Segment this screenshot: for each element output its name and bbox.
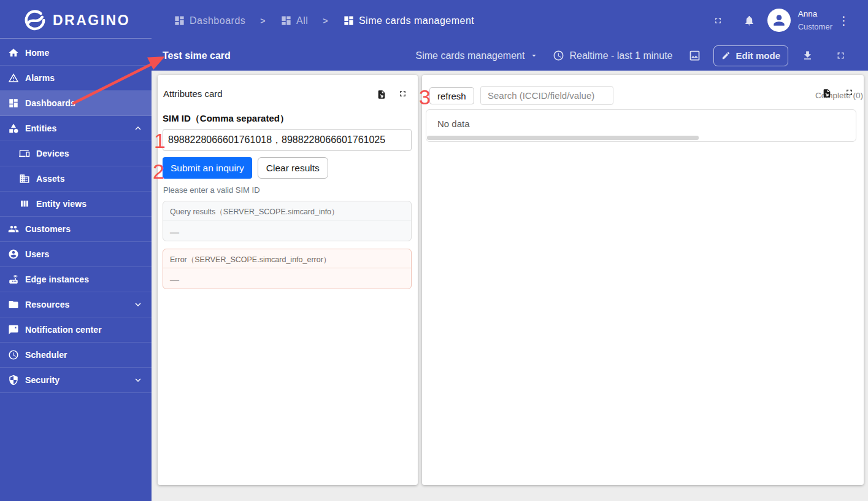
sidebar-item-label: Entity views bbox=[36, 199, 86, 209]
annotation-3: 3 bbox=[419, 87, 431, 107]
dashboard-state-select[interactable]: Sime cards management bbox=[416, 50, 539, 61]
sidebar-item-label: Assets bbox=[36, 174, 65, 184]
error-header: Error（SERVER_SCOPE.simcard_info_error） bbox=[163, 249, 411, 268]
submit-inquiry-button[interactable]: Submit an inquiry bbox=[163, 157, 252, 179]
notifications-bell-icon[interactable] bbox=[743, 15, 755, 26]
breadcrumb-separator: > bbox=[323, 16, 328, 26]
export-widget-data-icon[interactable] bbox=[377, 89, 386, 100]
sidebar-item-customers[interactable]: Customers bbox=[0, 217, 152, 242]
edit-mode-label: Edit mode bbox=[735, 50, 780, 61]
sidebar-item-label: Notification center bbox=[25, 325, 102, 335]
sidebar-item-users[interactable]: Users bbox=[0, 242, 152, 267]
scheduler-icon bbox=[8, 349, 19, 360]
chevron-down-icon bbox=[133, 375, 144, 386]
notification-center-icon bbox=[8, 324, 19, 335]
sidebar-item-assets[interactable]: Assets bbox=[0, 166, 152, 192]
user-role: Customer bbox=[798, 21, 832, 34]
sidebar-item-label: Resources bbox=[25, 300, 70, 309]
sidebar-item-label: Edge instances bbox=[25, 274, 89, 284]
dashboard-toolbar: Test sime card Sime cards management Rea… bbox=[152, 38, 868, 71]
dashboards-icon bbox=[8, 98, 19, 109]
dashboard-state-label: Sime cards management bbox=[416, 50, 525, 61]
search-input[interactable] bbox=[480, 86, 613, 105]
sim-id-label: SIM ID（Comma separated） bbox=[163, 113, 289, 125]
user-name: Anna bbox=[798, 7, 832, 21]
widget-fullscreen-icon[interactable] bbox=[398, 89, 407, 98]
timewindow-button[interactable]: Realtime - last 1 minute bbox=[553, 50, 672, 61]
top-header: DRAGINO Dashboards>All>Sime cards manage… bbox=[0, 0, 868, 38]
chevron-down-icon bbox=[133, 299, 144, 310]
resources-icon bbox=[8, 299, 19, 310]
breadcrumb: Dashboards>All>Sime cards management bbox=[174, 15, 474, 26]
pencil-icon bbox=[721, 51, 731, 60]
query-results-box: Query results（SERVER_SCOPE.simcard_info）… bbox=[163, 201, 412, 241]
sidebar-item-resources[interactable]: Resources bbox=[0, 292, 152, 317]
breadcrumb-label: All bbox=[296, 15, 308, 26]
kebab-menu-icon[interactable]: ⋮ bbox=[838, 14, 850, 28]
breadcrumb-label: Sime cards management bbox=[359, 15, 474, 26]
entities-icon bbox=[8, 123, 19, 134]
image-gallery-icon[interactable] bbox=[688, 49, 701, 62]
results-empty-box: No data bbox=[426, 109, 856, 142]
widget-fullscreen-icon[interactable] bbox=[845, 88, 854, 97]
annotation-2: 2 bbox=[153, 161, 164, 182]
security-icon bbox=[8, 375, 19, 386]
breadcrumb-item[interactable]: Sime cards management bbox=[343, 15, 474, 26]
fullscreen-icon[interactable] bbox=[713, 16, 723, 25]
dragino-swirl-icon bbox=[23, 9, 47, 33]
dashboard-content: Attributes card SIM ID（Comma separated） … bbox=[152, 71, 868, 501]
sidebar-item-notification-center[interactable]: Notification center bbox=[0, 317, 152, 343]
refresh-button[interactable]: refresh bbox=[429, 87, 474, 104]
avatar[interactable] bbox=[767, 9, 791, 32]
sidebar-item-label: Entities bbox=[25, 123, 56, 133]
breadcrumb-separator: > bbox=[260, 16, 266, 26]
sidebar-item-security[interactable]: Security bbox=[0, 368, 152, 393]
breadcrumb-item[interactable]: Dashboards bbox=[174, 15, 245, 26]
devices-icon bbox=[19, 148, 30, 159]
customers-icon bbox=[8, 223, 19, 235]
sidebar-item-entity-views[interactable]: Entity views bbox=[0, 192, 152, 217]
sim-id-input[interactable] bbox=[163, 129, 412, 151]
sidebar-item-edge-instances[interactable]: Edge instances bbox=[0, 267, 152, 292]
brand-logo[interactable]: DRAGINO bbox=[0, 9, 152, 33]
sidebar: HomeAlarmsDashboardsEntitiesDevicesAsset… bbox=[0, 38, 152, 501]
horizontal-scrollbar[interactable] bbox=[427, 136, 699, 140]
sidebar-item-home[interactable]: Home bbox=[0, 41, 152, 66]
sidebar-item-devices[interactable]: Devices bbox=[0, 141, 152, 166]
sidebar-item-label: Dashboards bbox=[25, 98, 75, 108]
sidebar-item-entities[interactable]: Entities bbox=[0, 116, 152, 141]
chevron-up-icon bbox=[133, 123, 144, 134]
sidebar-item-label: Security bbox=[25, 375, 60, 385]
edit-mode-button[interactable]: Edit mode bbox=[713, 45, 788, 66]
error-box: Error（SERVER_SCOPE.simcard_info_error） — bbox=[163, 249, 412, 289]
results-table-card: refresh Complete (0) No data bbox=[422, 75, 864, 485]
sim-id-hint: Please enter a valid SIM ID bbox=[163, 185, 260, 195]
home-icon bbox=[8, 47, 19, 58]
breadcrumb-label: Dashboards bbox=[190, 15, 245, 26]
export-widget-data-icon[interactable] bbox=[822, 88, 832, 99]
sidebar-item-label: Alarms bbox=[25, 73, 55, 83]
sidebar-item-alarms[interactable]: Alarms bbox=[0, 66, 152, 91]
attributes-card-title: Attributes card bbox=[163, 88, 223, 99]
breadcrumb-item[interactable]: All bbox=[280, 15, 308, 26]
dashboard-icon bbox=[280, 15, 292, 26]
clear-results-button[interactable]: Clear results bbox=[258, 157, 328, 179]
dashboard-icon bbox=[174, 15, 185, 26]
toolbar-fullscreen-icon[interactable] bbox=[835, 50, 846, 61]
timewindow-label: Realtime - last 1 minute bbox=[569, 50, 672, 61]
edge-instances-icon bbox=[8, 274, 19, 285]
sidebar-item-scheduler[interactable]: Scheduler bbox=[0, 343, 152, 368]
download-icon[interactable] bbox=[802, 50, 813, 61]
brand-name: DRAGINO bbox=[53, 12, 130, 29]
alarms-icon bbox=[8, 72, 19, 84]
query-results-value: — bbox=[163, 220, 411, 237]
page-title: Test sime card bbox=[163, 50, 231, 61]
no-data-label: No data bbox=[437, 118, 470, 129]
clock-icon bbox=[553, 50, 564, 61]
person-icon bbox=[771, 12, 787, 28]
sidebar-item-label: Devices bbox=[36, 149, 69, 158]
sidebar-item-label: Home bbox=[25, 48, 49, 58]
sidebar-item-dashboards[interactable]: Dashboards bbox=[0, 91, 152, 116]
sidebar-item-label: Scheduler bbox=[25, 350, 67, 360]
annotation-1: 1 bbox=[154, 130, 166, 151]
